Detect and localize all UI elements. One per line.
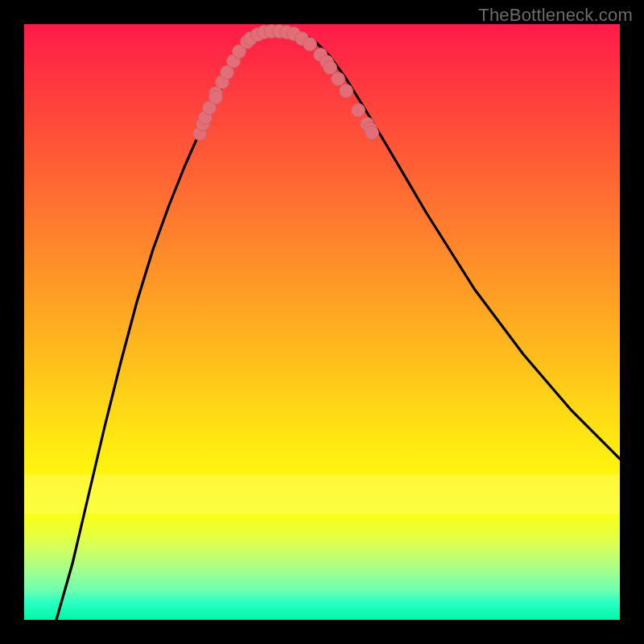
data-point (332, 72, 345, 86)
watermark-text: TheBottleneck.com (478, 5, 633, 26)
data-point (324, 61, 337, 75)
marker-group (193, 25, 379, 141)
data-point (340, 85, 353, 98)
chart-frame: TheBottleneck.com (0, 0, 644, 644)
plot-area (24, 24, 620, 620)
data-point (365, 126, 379, 140)
data-point (352, 104, 365, 118)
data-point (209, 91, 223, 105)
curve-svg (24, 24, 620, 620)
bottleneck-curve (56, 31, 620, 620)
data-point (303, 38, 317, 52)
